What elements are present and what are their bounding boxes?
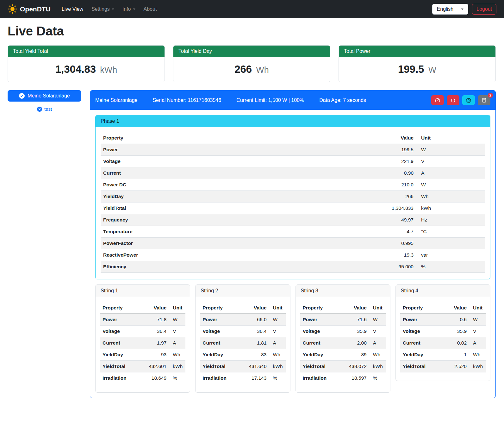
summary-card-title: Total Yield Total — [8, 46, 165, 57]
event-log-button[interactable]: 2 — [478, 95, 490, 105]
value-cell: 18.597 — [343, 372, 369, 384]
property-cell: YieldDay — [300, 349, 343, 361]
table-row: Current0.90A — [101, 167, 485, 179]
table-row: Voltage36.4V — [200, 326, 285, 337]
nav-live-view[interactable]: Live View — [58, 4, 87, 15]
property-cell: Current — [400, 337, 443, 349]
inverter-test-label: test — [44, 106, 52, 112]
nav-info-dropdown[interactable]: Info — [118, 4, 140, 15]
value-cell: 4.7 — [375, 226, 416, 238]
property-cell: Power — [200, 314, 243, 326]
inverter-select-button-test[interactable]: test — [8, 106, 81, 112]
column-property: Property — [300, 302, 343, 314]
value-cell: 35.9 — [343, 326, 369, 337]
column-value: Value — [143, 302, 169, 314]
unit-cell: A — [416, 167, 485, 179]
column-property: Property — [200, 302, 243, 314]
property-cell: Voltage — [101, 156, 375, 167]
property-cell: YieldDay — [200, 349, 243, 361]
table-row: Frequency49.97Hz — [101, 214, 485, 226]
unit-cell: A — [269, 337, 286, 349]
table-row: Voltage35.9V — [400, 326, 486, 337]
column-property: Property — [101, 132, 375, 144]
unit-cell: kWh — [469, 361, 486, 372]
unit-cell: W — [469, 314, 486, 326]
strings-row: String 1 Property Value Unit — [95, 284, 490, 393]
property-cell: Voltage — [400, 326, 443, 337]
power-button[interactable] — [447, 95, 459, 105]
table-row: Power0.6W — [400, 314, 486, 326]
summary-card-value: 266 Wh — [173, 57, 330, 82]
property-cell: Frequency — [101, 214, 375, 226]
property-cell: YieldDay — [101, 191, 375, 203]
unit-cell: V — [416, 156, 485, 167]
phase-card-title: Phase 1 — [96, 115, 490, 127]
sun-logo-icon — [8, 4, 17, 14]
event-count-badge: 2 — [488, 93, 493, 98]
property-cell: Power — [400, 314, 443, 326]
inverter-action-buttons: 2 — [431, 95, 490, 105]
inverter-serial: Serial Number: 116171603546 — [152, 97, 221, 103]
property-cell: Voltage — [100, 326, 143, 337]
column-property: Property — [100, 302, 143, 314]
brand-label: OpenDTU — [20, 5, 51, 13]
unit-cell: Wh — [169, 349, 185, 361]
value-cell: 49.97 — [375, 214, 416, 226]
summary-card-title: Total Yield Day — [173, 46, 330, 57]
table-row: YieldTotal432.601kWh — [100, 361, 185, 372]
summary-row: Total Yield Total 1,304.83 kWh Total Yie… — [8, 45, 496, 82]
table-row: YieldDay83Wh — [200, 349, 285, 361]
string-card-4: String 4 Property Value Unit — [395, 284, 490, 381]
value-cell: 17.143 — [243, 372, 269, 384]
value-cell: 18.649 — [143, 372, 169, 384]
value-cell: 2.00 — [343, 337, 369, 349]
table-row: Power DC210.0W — [101, 179, 485, 191]
column-unit: Unit — [416, 132, 485, 144]
nav-about[interactable]: About — [140, 4, 161, 15]
cpu-icon — [466, 97, 471, 103]
table-row: Power71.6W — [300, 314, 386, 326]
nav-settings-dropdown[interactable]: Settings — [87, 4, 118, 15]
value-cell: 0.995 — [375, 238, 416, 249]
brand[interactable]: OpenDTU — [8, 4, 51, 14]
inverter-select-button-meine-solaranlage[interactable]: Meine Solaranlage — [8, 90, 81, 102]
table-row: YieldTotal2.520kWh — [400, 361, 486, 372]
value-cell: 71.8 — [143, 314, 169, 326]
unit-cell: V — [369, 326, 386, 337]
inverter-card-body: Phase 1 Property Value Unit Power199.5WV… — [90, 110, 495, 398]
value-cell: 83 — [243, 349, 269, 361]
table-row: Efficiency95.000% — [101, 261, 485, 273]
string-card-body: Property Value Unit Power66.0WVoltage36.… — [196, 297, 290, 392]
inverter-data-age: Data Age: 7 seconds — [319, 97, 366, 103]
property-cell: YieldTotal — [200, 361, 243, 372]
language-select-value: English — [437, 6, 453, 12]
summary-value-unit: Wh — [256, 65, 269, 75]
property-cell: YieldDay — [100, 349, 143, 361]
value-cell: 36.4 — [243, 326, 269, 337]
property-cell: YieldTotal — [400, 361, 443, 372]
property-cell: PowerFactor — [101, 238, 375, 249]
string-card-title: String 3 — [296, 285, 390, 297]
table-header-row: Property Value Unit — [400, 302, 486, 314]
table-row: Current2.00A — [300, 337, 386, 349]
property-cell: ReactivePower — [101, 249, 375, 261]
property-cell: Power DC — [101, 179, 375, 191]
value-cell: 0.90 — [375, 167, 416, 179]
table-row: YieldDay1Wh — [400, 349, 486, 361]
property-cell: YieldDay — [400, 349, 443, 361]
string-card-1: String 1 Property Value Unit — [95, 284, 190, 393]
table-row: Irradiation17.143% — [200, 372, 285, 384]
device-info-button[interactable] — [462, 95, 475, 105]
property-cell: YieldTotal — [100, 361, 143, 372]
column-value: Value — [443, 302, 469, 314]
logout-button[interactable]: Logout — [472, 4, 496, 15]
unit-cell: Wh — [469, 349, 486, 361]
language-select[interactable]: English — [432, 4, 468, 15]
limit-settings-button[interactable] — [431, 95, 444, 105]
table-header-row: Property Value Unit — [200, 302, 285, 314]
string-card-title: String 1 — [96, 285, 190, 297]
column-unit: Unit — [369, 302, 386, 314]
column-value: Value — [243, 302, 269, 314]
summary-value-number: 266 — [234, 63, 252, 75]
nav-settings-label: Settings — [91, 6, 110, 12]
